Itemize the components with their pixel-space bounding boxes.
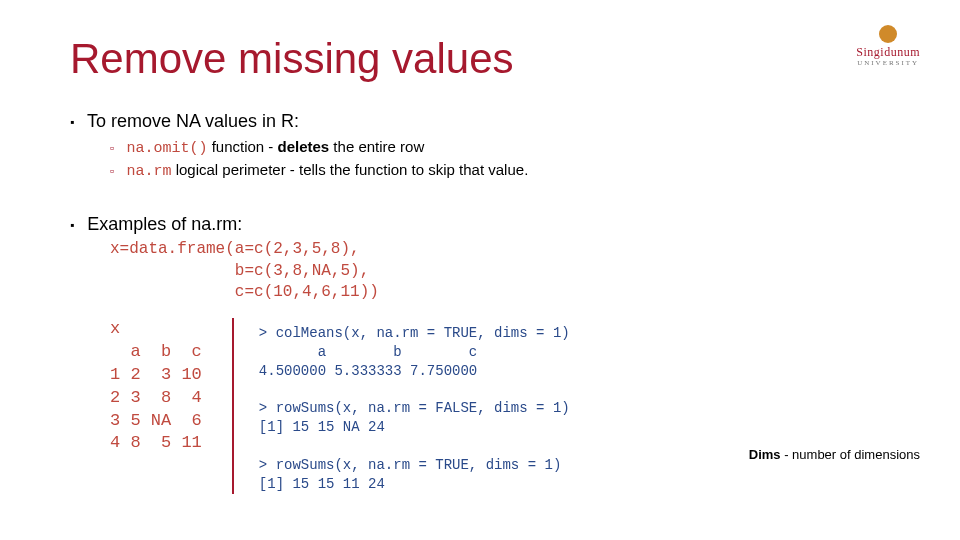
side-note: Dims - number of dimensions <box>749 447 920 462</box>
code-block-define: x=data.frame(a=c(2,3,5,8), b=c(3,8,NA,5)… <box>110 239 890 304</box>
bullet-item: Examples of na.rm: x=data.frame(a=c(2,3,… <box>70 214 890 304</box>
bullet-list-2: Examples of na.rm: x=data.frame(a=c(2,3,… <box>70 214 890 304</box>
code-output-x: x a b c 1 2 3 10 2 3 8 4 3 5 NA 6 4 8 5 … <box>110 318 232 494</box>
sub-bullet-item: na.omit() function - deletes the entire … <box>110 138 890 157</box>
code-output-console: > colMeans(x, na.rm = TRUE, dims = 1) a … <box>259 318 570 494</box>
logo-subtext: UNIVERSITY <box>857 59 919 67</box>
sub-bullet-item: na.rm logical perimeter - tells the func… <box>110 161 890 180</box>
examples-row: x a b c 1 2 3 10 2 3 8 4 3 5 NA 6 4 8 5 … <box>110 318 890 494</box>
logo: Singidunum UNIVERSITY <box>856 25 920 67</box>
logo-text: Singidunum <box>856 45 920 60</box>
sub-bullet-list: na.omit() function - deletes the entire … <box>110 138 890 180</box>
page-title: Remove missing values <box>70 35 890 83</box>
logo-mark <box>879 25 897 43</box>
vertical-divider <box>232 318 234 494</box>
bullet-item: To remove NA values in R: na.omit() func… <box>70 111 890 180</box>
bullet-list: To remove NA values in R: na.omit() func… <box>70 111 890 180</box>
